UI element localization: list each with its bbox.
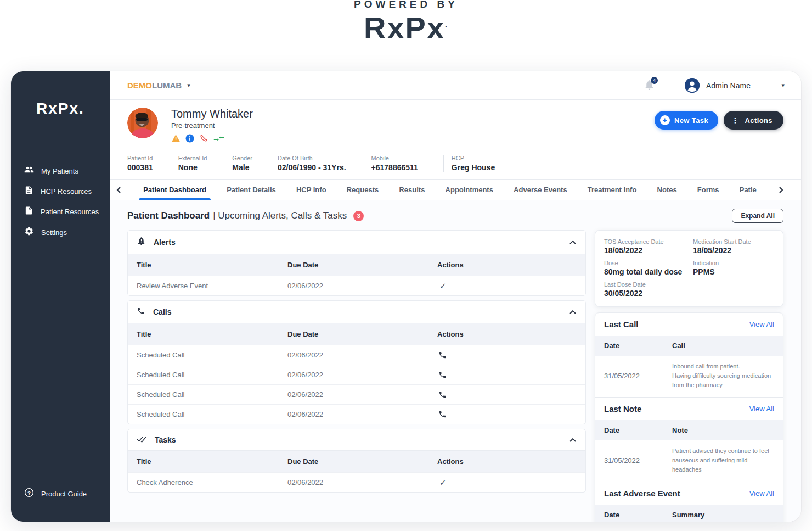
new-task-button[interactable]: + New Task (655, 111, 718, 130)
info-field-hcp: HCP Greg House (452, 155, 495, 172)
patient-header: Tommy Whitaker Pre-treatment (110, 100, 801, 150)
tab-appointments[interactable]: Appointments (446, 180, 493, 200)
caret-down-icon: ▾ (187, 82, 190, 89)
product-name-demo: DEMO (127, 81, 152, 90)
info-divider (443, 155, 444, 172)
tab-hcp-info[interactable]: HCP Info (296, 180, 326, 200)
tab-notes[interactable]: Notes (657, 180, 677, 200)
double-check-icon (137, 435, 147, 445)
user-menu[interactable]: Admin Name ▾ (685, 78, 789, 93)
powered-by-branding: POWERED BY RxPx. (0, 0, 812, 43)
warning-triangle-icon[interactable] (171, 134, 181, 145)
sidebar-item-patient-resources[interactable]: Patient Resources (11, 202, 110, 222)
last-call-header: Last Call View All (595, 313, 783, 336)
user-avatar-icon (685, 78, 700, 93)
alerts-table-header: Title Due Date Actions (128, 254, 585, 276)
dashboard-left-column: Alerts Title Due Date Actions Review Adv… (127, 230, 586, 493)
row-date: 31/05/2022 (604, 456, 672, 465)
document-icon (24, 206, 33, 217)
rxpx-logo: RxPx. (0, 13, 812, 43)
row-title: Scheduled Call (137, 351, 287, 359)
view-all-calls-link[interactable]: View All (749, 320, 774, 328)
phone-icon[interactable] (437, 371, 577, 379)
last-note-header: Last Note View All (595, 397, 783, 420)
merge-arrows-icon[interactable] (213, 135, 224, 144)
sidebar-item-product-guide[interactable]: ? Product Guide (11, 483, 110, 504)
table-row: Check Adherence 02/06/2022 ✓ (128, 472, 585, 492)
row-due-date: 02/06/2022 (287, 371, 437, 379)
sidebar-item-label: Settings (41, 228, 67, 237)
info-field-dob: Date Of Birth 02/06/1990 - 31Yrs. (278, 155, 346, 172)
sidebar-item-hcp-resources[interactable]: HCP Resources (11, 181, 110, 202)
check-icon[interactable]: ✓ (437, 281, 577, 291)
actions-button[interactable]: ⋮ Actions (724, 111, 783, 130)
tab-patient-details[interactable]: Patient Details (227, 180, 276, 200)
last-adverse-event-table-header: Date Summary (595, 505, 783, 522)
phone-disabled-icon[interactable] (199, 133, 208, 145)
sidebar-item-label: Patient Resources (41, 208, 99, 216)
sidebar-logo: RxPx. (11, 100, 110, 118)
product-switcher[interactable]: DEMOLUMAB ▾ (127, 81, 190, 91)
tabs-scroll-right-icon[interactable] (777, 186, 785, 194)
tab-requests[interactable]: Requests (347, 180, 379, 200)
phone-icon[interactable] (437, 410, 577, 418)
tab-results[interactable]: Results (399, 180, 425, 200)
phone-icon (137, 306, 145, 317)
expand-all-button[interactable]: Expand All (732, 209, 783, 223)
row-title: Review Adverse Event (137, 282, 287, 290)
row-text: Inbound call from patient. Having diffil… (672, 362, 774, 390)
patient-header-actions: + New Task ⋮ Actions (655, 111, 783, 130)
info-field-mobile: Mobile +6178866511 (371, 155, 418, 172)
patient-status: Pre-treatment (171, 121, 253, 130)
sidebar-nav: My Patients HCP Resources Patient Resour… (11, 160, 110, 243)
row-due-date: 02/06/2022 (287, 351, 437, 359)
sidebar-item-settings[interactable]: Settings (11, 222, 110, 243)
notifications-button[interactable]: 4 (644, 79, 657, 92)
phone-icon[interactable] (437, 351, 577, 359)
row-title: Scheduled Call (137, 371, 287, 379)
view-all-notes-link[interactable]: View All (749, 405, 774, 413)
view-all-adverse-events-link[interactable]: View All (749, 489, 774, 498)
chevron-up-icon[interactable] (569, 437, 577, 443)
sidebar-item-label: HCP Resources (41, 187, 92, 195)
info-circle-icon[interactable] (185, 134, 194, 145)
sidebar-item-label: Product Guide (41, 490, 87, 498)
tab-patient-clipped[interactable]: Patie (740, 180, 757, 200)
check-icon[interactable]: ✓ (437, 478, 577, 488)
chevron-up-icon[interactable] (569, 239, 577, 245)
patient-flag-icons (171, 133, 253, 145)
phone-icon[interactable] (437, 390, 577, 399)
info-field-external-id: External Id None (178, 155, 207, 172)
chevron-up-icon[interactable] (569, 309, 577, 315)
last-adverse-event-header: Last Adverse Event View All (595, 482, 783, 505)
tabs-scroll-left-icon[interactable] (115, 186, 123, 194)
table-row: 31/05/2022 Patient advised they continue… (595, 440, 783, 482)
people-icon (24, 165, 34, 177)
tab-forms[interactable]: Forms (697, 180, 719, 200)
row-date: 31/05/2022 (604, 372, 672, 380)
tasks-card-header: Tasks (128, 429, 585, 451)
caret-down-icon: ▾ (781, 82, 785, 89)
calls-title: Calls (153, 308, 171, 316)
table-row: Scheduled Call 02/06/2022 (128, 404, 585, 424)
plus-icon: + (660, 115, 670, 125)
tab-treatment-info[interactable]: Treatment Info (588, 180, 637, 200)
table-row: Review Adverse Event 02/06/2022 ✓ (128, 276, 585, 295)
summary-field-last-dose: Last Dose Date 30/05/2022 (604, 281, 685, 298)
user-name: Admin Name (706, 81, 751, 90)
patient-text: Tommy Whitaker Pre-treatment (171, 108, 253, 145)
row-title: Scheduled Call (137, 390, 287, 399)
actions-label: Actions (745, 116, 772, 125)
gear-icon (24, 226, 34, 238)
last-call-table-header: Date Call (595, 336, 783, 356)
tab-adverse-events[interactable]: Adverse Events (514, 180, 567, 200)
summary-field-tos: TOS Acceptance Date 18/05/2022 (604, 238, 685, 255)
row-title: Check Adherence (137, 478, 287, 487)
tab-patient-dashboard[interactable]: Patient Dashboard (143, 180, 206, 200)
sidebar-item-my-patients[interactable]: My Patients (11, 160, 110, 181)
topbar-right: 4 Admin Name ▾ (644, 77, 789, 94)
table-row: 31/05/2022 Inbound call from patient. Ha… (595, 356, 783, 397)
row-due-date: 02/06/2022 (287, 410, 437, 418)
row-due-date: 02/06/2022 (287, 478, 437, 487)
summary-field-indication: Indication PPMS (693, 260, 774, 276)
